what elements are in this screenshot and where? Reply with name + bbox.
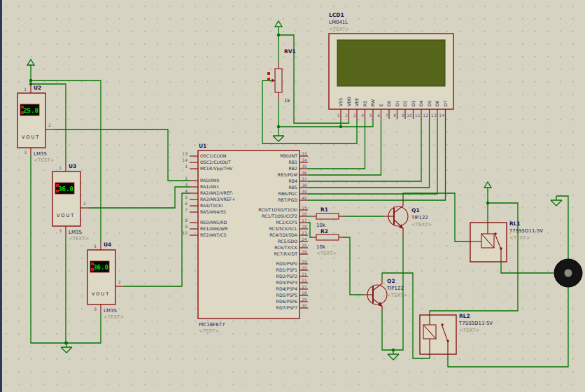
decrease-button[interactable]: [21, 111, 24, 114]
vout-label: VOUT: [57, 213, 75, 218]
pin-number: 15: [302, 205, 307, 210]
pin-number: 39: [302, 189, 307, 194]
contact-dot: [441, 323, 444, 326]
pin-number: 12: [423, 113, 428, 118]
part-value: 10k: [316, 223, 326, 228]
pin-number: 7: [185, 207, 188, 212]
pin-name: RE0/AN5/RD: [200, 220, 227, 225]
pin-number: 6: [377, 113, 380, 118]
pin-name: RD5/PSP5: [276, 293, 297, 298]
pin-number: 30: [302, 303, 307, 308]
decrease-button[interactable]: [267, 78, 270, 80]
pin-number: 2: [345, 113, 348, 118]
pin-number: 1: [185, 164, 188, 169]
pin-name: RB7/PGD: [278, 197, 297, 202]
wire-junction: [277, 34, 280, 36]
vout-label: VOUT: [92, 291, 110, 297]
pin-name: RW: [370, 99, 375, 106]
part-reference: Q1: [411, 207, 420, 214]
pin-number: 17: [302, 218, 307, 223]
pin-name: D4: [418, 100, 423, 106]
pin-name: RB4: [289, 178, 298, 183]
relay-body[interactable]: [420, 315, 456, 354]
pin-number: 1: [337, 113, 340, 118]
pin-number: 9: [402, 113, 404, 118]
pin-name: OSC1/CLKIN: [200, 153, 227, 158]
sensor-reading: 25.0: [23, 107, 38, 114]
pin-name: VSS: [338, 98, 343, 106]
schematic-canvas[interactable]: 25.0 VOUT U2 LM35 <TEXT> 1 2 3 36.0 VOUT…: [0, 0, 585, 392]
pin-name: RB6/PGC: [279, 191, 297, 196]
part-reference: R1: [320, 206, 328, 213]
decrease-button[interactable]: [91, 268, 94, 271]
pin-name: RA2/AN2/VREF-: [200, 190, 233, 195]
pin-number: 2: [118, 279, 121, 284]
pin-number: 33: [302, 151, 307, 156]
pin-name: RC1/T1OSI/CCP2: [262, 214, 297, 218]
mcu-u1[interactable]: U1 PIC16F877 <TEXT> 13OSC1/CLKIN14OSC2/C…: [182, 143, 308, 334]
pin-number: 38: [302, 183, 307, 188]
pin-name: RA1/AN1: [200, 184, 219, 189]
part-text-placeholder: <TEXT>: [69, 236, 90, 241]
pin-name: RD3/PSP3: [276, 280, 297, 285]
pin-name: RD7/PSP7: [276, 305, 297, 310]
pin-name: RB2: [289, 166, 298, 171]
pin-number: 11: [415, 113, 421, 118]
part-value: TIP122: [411, 215, 428, 220]
pin-name: D2: [402, 100, 407, 106]
pin-number: 21: [302, 272, 307, 276]
decrease-button[interactable]: [56, 190, 59, 192]
pin-name: RA4/T0CKI: [200, 203, 223, 208]
part-value: LM35: [34, 151, 47, 157]
pin-name: RC5/SDO: [278, 239, 297, 244]
pin-name: RC2/CCP1: [276, 220, 297, 225]
increase-button[interactable]: [267, 72, 270, 75]
pin-number: 25: [302, 243, 307, 248]
pin-name: D5: [427, 100, 432, 106]
contact-dot: [446, 340, 449, 342]
pin-number: 36: [302, 170, 307, 175]
part-value: 10k: [316, 244, 326, 250]
pin-number: 24: [302, 237, 307, 241]
pin-name: D3: [411, 100, 416, 106]
pin-number: 20: [302, 265, 307, 270]
part-reference: U4: [104, 241, 111, 248]
increase-button[interactable]: [21, 106, 24, 108]
pin-name: VEE: [354, 98, 359, 106]
pin-number: 2: [185, 176, 188, 181]
motor[interactable]: [554, 259, 582, 287]
pin-name: RE1/AN6/WR: [200, 226, 228, 231]
pin-name: RB0/INT: [280, 153, 297, 158]
pin-number: 14: [439, 113, 444, 118]
pin-number: 23: [302, 230, 307, 235]
part-text-placeholder: <TEXT>: [411, 222, 432, 227]
pin-number: 22: [302, 278, 307, 283]
part-reference: RV1: [284, 48, 296, 55]
increase-button[interactable]: [91, 262, 94, 265]
pin-name: D1: [395, 100, 400, 106]
contact-dot: [500, 247, 502, 250]
pin-number: 14: [182, 158, 188, 162]
pin-name: D0: [386, 100, 391, 106]
pin-number: 1: [59, 165, 62, 170]
part-value: TIP122: [386, 286, 404, 291]
pin-number: 40: [302, 195, 307, 200]
part-reference: RL1: [509, 220, 521, 227]
pin-name: MCLR/Vpp/THV: [200, 166, 233, 172]
pin-number: 29: [302, 297, 307, 302]
pin-name: RD2/PSP2: [276, 274, 297, 279]
pin-name: RA5/AN4/SS: [200, 209, 226, 214]
pin-number: 34: [302, 158, 307, 162]
pin-name: RC6/TX/CK: [274, 245, 298, 250]
pin-name: VDD: [346, 97, 351, 106]
increase-button[interactable]: [56, 184, 59, 187]
sensor-reading: 36.0: [58, 186, 73, 192]
part-reference: R2: [320, 228, 328, 234]
pin-name: RD0/PSP0: [276, 261, 297, 266]
part-text-placeholder: <TEXT>: [459, 328, 480, 333]
pin-number: 2: [83, 201, 86, 206]
pin-number: 19: [302, 259, 307, 264]
pin-number: 26: [302, 249, 307, 254]
pin-name: D6: [435, 100, 439, 106]
pin-number: 10: [407, 113, 412, 118]
